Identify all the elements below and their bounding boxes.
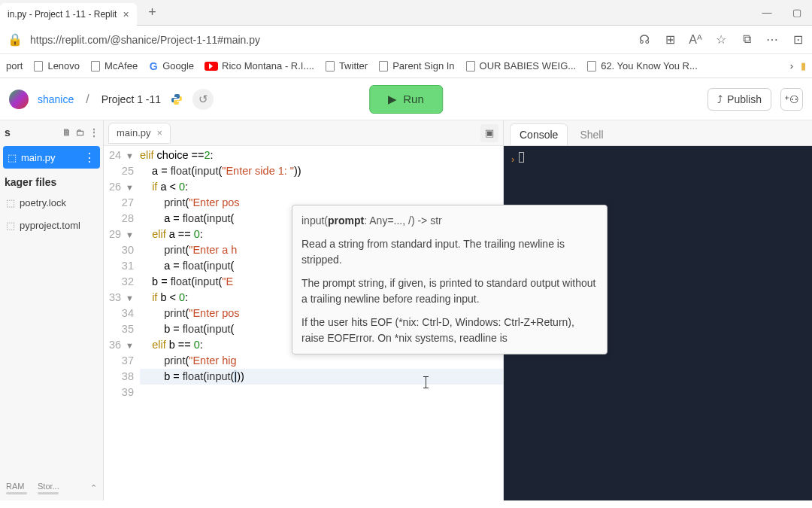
new-file-icon[interactable]: 🗎 <box>62 127 71 138</box>
more-icon[interactable]: ⋮ <box>89 127 98 138</box>
replit-header: shanice / Project 1 -11 ↺ ▶ Run ⤴ Publis… <box>0 78 812 120</box>
file-main-py[interactable]: ⬚ main.py ⋮ <box>3 146 100 169</box>
text-cursor <box>426 376 426 388</box>
bookmark-twitter[interactable]: Twitter <box>325 60 368 71</box>
bookmarks-folder-icon[interactable]: ▮ <box>801 60 806 71</box>
new-folder-icon[interactable]: 🗀 <box>76 127 85 138</box>
storage-meter[interactable]: Stor... <box>38 482 59 494</box>
line-gutter: 24 ▼2526 ▼272829 ▼30313233 ▼343536 ▼3738… <box>104 146 140 500</box>
run-button[interactable]: ▶ Run <box>369 85 443 114</box>
history-button[interactable]: ↺ <box>192 89 214 110</box>
prompt-icon: › <box>511 154 514 165</box>
file-menu-icon[interactable]: ⋮ <box>83 151 95 165</box>
window-controls: ― ▢ <box>752 0 812 26</box>
upload-icon: ⤴ <box>717 93 723 105</box>
expand-pane-icon[interactable]: ▣ <box>480 124 498 142</box>
page-icon <box>466 61 475 71</box>
tab-console[interactable]: Console <box>510 123 568 145</box>
file-icon: ⬚ <box>8 152 17 163</box>
chevron-up-icon[interactable]: ⌃ <box>90 483 97 493</box>
page-icon <box>379 61 388 71</box>
bookmark-you-know[interactable]: 62. You Know You R... <box>586 60 698 71</box>
browser-tab[interactable]: in.py - Project 1 -11 - Replit × <box>0 3 137 26</box>
bookmarks-overflow-icon[interactable]: › <box>790 60 793 71</box>
url-toolbar: ☊ ⊞ Aᴬ ☆ ⧉ ⋯ ⊡ <box>638 32 804 47</box>
bookmark-google[interactable]: GGoogle <box>148 60 194 71</box>
bookmark-babies[interactable]: OUR BABIES WEIG... <box>465 60 577 71</box>
extensions-icon[interactable]: ⋯ <box>765 32 779 47</box>
packager-section: kager files <box>0 170 103 191</box>
page-icon <box>326 61 335 71</box>
favorite-icon[interactable]: ☆ <box>714 32 728 47</box>
invite-button[interactable]: ⁺⚇ <box>780 88 803 111</box>
collections-icon[interactable]: ⧉ <box>740 32 753 47</box>
page-icon <box>587 61 596 71</box>
signature-help-tooltip: input(prompt: Any=..., /) -> str Read a … <box>292 205 607 354</box>
editor-tabstrip: main.py × ▣ <box>104 120 503 146</box>
file-sidebar: s 🗎 🗀 ⋮ ⬚ main.py ⋮ kager files ⬚ poetry… <box>0 120 104 500</box>
bookmark-youtube[interactable]: Rico Montana - R.I.... <box>205 60 314 71</box>
file-icon: ⬚ <box>6 220 15 231</box>
signature: input(prompt: Any=..., /) -> str <box>301 213 598 229</box>
ram-meter[interactable]: RAM <box>6 482 27 494</box>
minimize-button[interactable]: ― <box>752 0 782 26</box>
breadcrumb-separator: / <box>86 93 89 106</box>
bookmark-mcafee[interactable]: McAfee <box>90 60 138 71</box>
close-tab-icon[interactable]: × <box>123 8 129 20</box>
play-icon: ▶ <box>388 93 397 106</box>
run-label: Run <box>403 93 424 105</box>
bookmarks-bar: port Lenovo McAfee GGoogle Rico Montana … <box>0 54 812 78</box>
maximize-button[interactable]: ▢ <box>782 0 812 26</box>
resource-footer: RAM Stor... ⌃ <box>0 476 103 500</box>
file-poetry-lock[interactable]: ⬚ poetry.lock <box>0 191 103 214</box>
breadcrumb-project[interactable]: Project 1 -11 <box>102 93 161 105</box>
apps-icon[interactable]: ⊞ <box>663 32 677 47</box>
page-icon <box>91 61 100 71</box>
terminal-cursor <box>519 152 524 163</box>
browser-tab-strip: in.py - Project 1 -11 - Replit × + ― ▢ <box>0 0 812 26</box>
console-tabstrip: Console Shell <box>504 120 812 146</box>
file-pyproject-toml[interactable]: ⬚ pyproject.toml <box>0 214 103 236</box>
doc-paragraph: The prompt string, if given, is printed … <box>301 275 598 307</box>
publish-button[interactable]: ⤴ Publish <box>707 88 771 111</box>
url-input[interactable]: https://replit.com/@shanice/Project-1-11… <box>30 34 630 46</box>
read-aloud-icon[interactable]: ☊ <box>638 32 651 47</box>
tab-shell[interactable]: Shell <box>571 124 612 145</box>
tab-title: in.py - Project 1 -11 - Replit <box>8 9 117 20</box>
doc-paragraph: If the user hits EOF (*nix: Ctrl-D, Wind… <box>301 315 598 346</box>
editor-tab-main[interactable]: main.py × <box>108 123 171 144</box>
bookmark-parent-sign-in[interactable]: Parent Sign In <box>378 60 454 71</box>
site-info-icon[interactable]: 🔒 <box>8 32 23 47</box>
bookmark-lenovo[interactable]: Lenovo <box>33 60 80 71</box>
user-avatar[interactable] <box>9 90 29 109</box>
google-icon: G <box>148 61 159 71</box>
files-heading: s 🗎 🗀 ⋮ <box>0 120 103 144</box>
doc-paragraph: Read a string from standard input. The t… <box>301 236 598 268</box>
breadcrumb-user[interactable]: shanice <box>38 93 74 105</box>
python-icon <box>170 93 183 106</box>
text-size-icon[interactable]: Aᴬ <box>689 32 702 47</box>
bookmark-import[interactable]: port <box>6 60 23 71</box>
close-editor-tab-icon[interactable]: × <box>157 127 163 138</box>
new-tab-button[interactable]: + <box>141 2 164 24</box>
page-icon <box>34 61 43 71</box>
address-bar: 🔒 https://replit.com/@shanice/Project-1-… <box>0 26 812 54</box>
file-icon: ⬚ <box>6 197 15 208</box>
youtube-icon <box>205 62 218 71</box>
profile-icon[interactable]: ⊡ <box>791 32 804 47</box>
